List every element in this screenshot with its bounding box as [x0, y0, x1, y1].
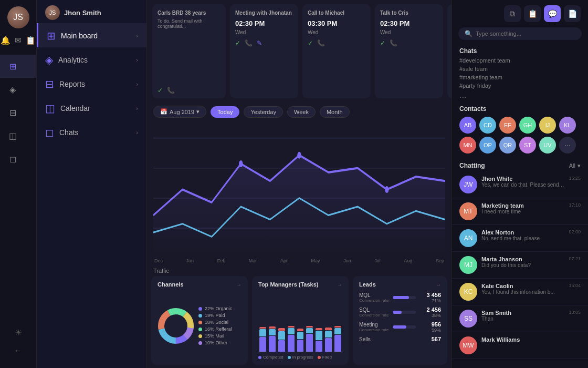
- nav-avatar: JS: [45, 5, 60, 20]
- chat-item-5[interactable]: SS Sam Smith Than 13:05: [452, 305, 588, 332]
- theme-icon[interactable]: ☀: [15, 328, 22, 338]
- contact-avatar-2[interactable]: EF: [499, 117, 516, 134]
- sidebar-item-analytics[interactable]: ◈: [0, 78, 36, 101]
- edit-icon[interactable]: ✎: [257, 39, 262, 47]
- chatting-header: Chatting All ▾: [452, 160, 588, 171]
- chats-list: #development team#sale team#marketing te…: [452, 57, 588, 93]
- chat-tag[interactable]: #marketing team: [459, 74, 581, 81]
- check-icon[interactable]: ✓: [380, 39, 385, 47]
- channels-card: Channels → 22% Organ: [151, 276, 248, 365]
- contact-avatar-8[interactable]: QR: [499, 137, 516, 154]
- legend-label: 22% Organic: [205, 306, 232, 311]
- chat-item-0[interactable]: JW Jhon White Yes, we can do that. Pleas…: [452, 171, 588, 198]
- search-box[interactable]: 🔍: [458, 27, 582, 40]
- legend-item: 18% Social: [198, 320, 242, 325]
- contact-avatar-0[interactable]: AB: [459, 117, 476, 134]
- sidebar-nav: ⊞◈⊟◫◻: [0, 55, 36, 328]
- legend-item: 15% Mail: [198, 333, 242, 339]
- bar-group-6: [316, 310, 322, 352]
- chart-svg: [153, 121, 445, 258]
- bar-group-1: [269, 310, 276, 352]
- chat-item-avatar: KC: [459, 283, 477, 301]
- contact-avatar-6[interactable]: MN: [459, 137, 476, 154]
- chat-item-msg: No, send me that, please: [481, 236, 564, 241]
- chat-tag[interactable]: #sale team: [459, 65, 581, 73]
- sidebar-item-chats[interactable]: ◻: [0, 147, 36, 170]
- check-icon[interactable]: ✓: [235, 39, 240, 47]
- channels-arrow[interactable]: →: [236, 282, 242, 288]
- sidebar-item-calendar[interactable]: ◫: [0, 124, 36, 147]
- bar-group-5: [306, 310, 313, 352]
- bars-legend-dot: [318, 356, 321, 359]
- chat-icon-btn[interactable]: 💬: [544, 5, 561, 22]
- card-footer: ✓ 📞: [308, 39, 365, 47]
- bar-in-progress: [325, 331, 332, 338]
- svg-point-6: [385, 186, 388, 193]
- chart-x-label: Sep: [436, 258, 444, 263]
- contact-avatar-10[interactable]: UV: [539, 137, 556, 154]
- contact-avatar-5[interactable]: KL: [559, 117, 576, 134]
- nav-section-icon-main-board: ⊞: [47, 29, 56, 42]
- filter-btn-week[interactable]: Week: [287, 106, 316, 118]
- filter-btn-today[interactable]: Today: [211, 106, 239, 118]
- check-icon[interactable]: ✓: [308, 39, 313, 47]
- nav-section-analytics[interactable]: ◈ Analytics ›: [37, 47, 146, 71]
- clipboard-icon-btn[interactable]: 📋: [524, 5, 541, 22]
- message-icon[interactable]: ✉: [15, 36, 22, 45]
- lead-value: 2 456: [420, 306, 441, 313]
- chats-more[interactable]: ···: [452, 93, 588, 102]
- collapse-icon[interactable]: ←: [14, 346, 23, 355]
- contacts-more[interactable]: ···: [559, 137, 576, 154]
- phone-icon[interactable]: 📞: [317, 39, 325, 47]
- contact-avatar-7[interactable]: OP: [479, 137, 496, 154]
- chart-x-label: May: [311, 258, 320, 263]
- filter-btn-month[interactable]: Month: [320, 106, 350, 118]
- bars-chart: [258, 292, 342, 352]
- nav-section-main-board[interactable]: ⊞ Main board ›: [37, 23, 146, 47]
- bar-fired: [259, 327, 266, 329]
- document-icon[interactable]: 📋: [26, 36, 36, 45]
- chat-item-1[interactable]: MT Marketing team I need more time 17:10: [452, 198, 588, 225]
- chat-item-body: Kate Caolin Yes, I found this informatio…: [481, 283, 564, 295]
- nav-section-chats[interactable]: ◻ Chats ›: [37, 120, 146, 144]
- bar-in-progress: [334, 328, 341, 334]
- lead-label: SQL: [359, 307, 388, 313]
- notification-icon[interactable]: 🔔: [1, 36, 10, 45]
- chatting-filter[interactable]: All ▾: [569, 162, 581, 169]
- phone-icon[interactable]: 📞: [167, 87, 175, 94]
- check-icon[interactable]: ✓: [158, 87, 163, 94]
- managers-arrow[interactable]: →: [337, 282, 342, 288]
- date-filter[interactable]: 📅 Aug 2019 ▾: [153, 106, 206, 118]
- phone-icon[interactable]: 📞: [390, 39, 397, 47]
- search-input[interactable]: [476, 30, 575, 37]
- contact-avatar-3[interactable]: GH: [519, 117, 536, 134]
- doc-icon-btn[interactable]: 📄: [564, 5, 581, 22]
- sidebar-item-main-board[interactable]: ⊞: [0, 55, 36, 78]
- bar-fired: [316, 328, 322, 330]
- copy-icon-btn[interactable]: ⧉: [504, 5, 521, 22]
- chat-tag[interactable]: #development team: [459, 57, 581, 64]
- contact-avatar-9[interactable]: ST: [519, 137, 536, 154]
- channels-header: Channels →: [158, 281, 242, 288]
- bars-legend-label: In progress: [292, 355, 313, 360]
- chat-tag[interactable]: #party friday: [459, 82, 581, 89]
- contact-avatar-1[interactable]: CD: [479, 117, 496, 134]
- phone-icon[interactable]: 📞: [245, 39, 253, 47]
- content: Carls BRD 38 years To do. Send mail with…: [147, 0, 452, 368]
- contact-avatar-4[interactable]: IJ: [539, 117, 556, 134]
- bar-completed: [288, 335, 295, 352]
- chat-item-4[interactable]: KC Kate Caolin Yes, I found this informa…: [452, 279, 588, 305]
- sidebar-item-reports[interactable]: ⊟: [0, 101, 36, 124]
- leads-arrow[interactable]: →: [436, 282, 441, 288]
- avatar[interactable]: JS: [7, 6, 29, 28]
- legend-label: 10% Other: [205, 340, 227, 345]
- chat-item-2[interactable]: AN Alex Norton No, send me that, please …: [452, 225, 588, 252]
- nav-section-arrow-main-board: ›: [136, 33, 138, 39]
- filter-btn-yesterday[interactable]: Yesterday: [244, 106, 283, 118]
- nav-section-calendar[interactable]: ◫ Calendar ›: [37, 96, 146, 120]
- nav-section-reports[interactable]: ⊟ Reports ›: [37, 71, 146, 96]
- chat-item-6[interactable]: MW Mark Williams: [452, 332, 588, 359]
- chat-item-3[interactable]: MJ Marta Jhanson Did you do this data? 0…: [452, 252, 588, 279]
- contacts-row-1: ABCDEFGHIJKL: [459, 117, 581, 134]
- filter-all-label: All: [569, 162, 575, 169]
